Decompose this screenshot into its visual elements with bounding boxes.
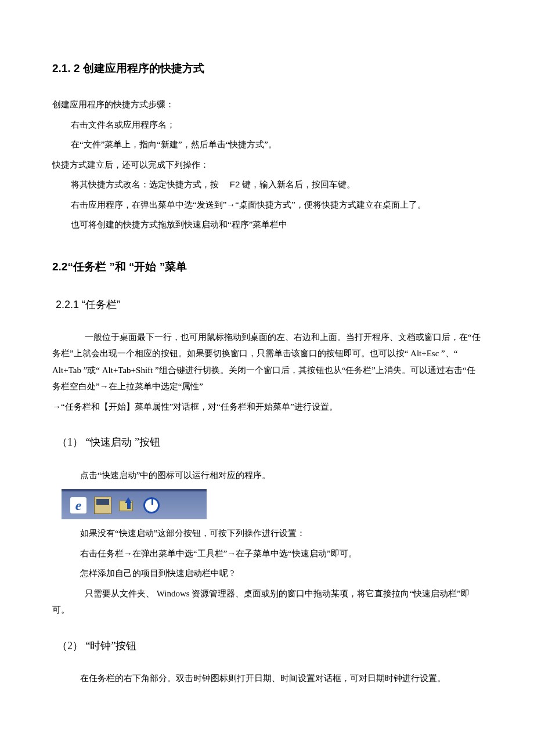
heading-sub-2: （2） “时钟”按钮: [57, 636, 482, 656]
heading-2-2: 2.2“任务栏 ”和 “开始 ”菜单: [52, 256, 482, 277]
heading-2-2-1: 2.2.1 “任务栏”: [56, 295, 482, 314]
paragraph: 右击应用程序，在弹出菜单中选“发送到”→“桌面快捷方式”，便将快捷方式建立在桌面…: [71, 197, 482, 214]
paragraph: 在“文件”菜单上，指向“新建”，然后单击“快捷方式”。: [71, 136, 482, 153]
paragraph: 将其快捷方式改名：选定快捷方式，按 F2 键，输入新名后，按回车键。: [71, 176, 482, 193]
power-icon: [142, 495, 161, 515]
paragraph: 点击“快速启动”中的图标可以运行相对应的程序。: [80, 467, 482, 484]
paragraph: 也可将创建的快捷方式拖放到快速启动和“程序”菜单栏中: [71, 216, 482, 233]
document-page: 2.1. 2 创建应用程序的快捷方式 创建应用程序的快捷方式步骤： 右击文件名或…: [0, 0, 534, 756]
quick-launch-bar-image: e: [62, 489, 207, 519]
paragraph: 如果没有“快速启动”这部分按钮，可按下列操作进行设置：: [80, 525, 482, 542]
paragraph: 一般位于桌面最下一行，也可用鼠标拖动到桌面的左、右边和上面。当打开程序、文档或窗…: [52, 329, 482, 395]
text: 将其快捷方式改名：选定快捷方式，按: [71, 180, 219, 189]
text: F2 键，输入新名后，按回车键。: [230, 179, 356, 189]
paragraph: 右击任务栏→在弹出菜单中选“工具栏”→在子菜单中选“快速启动”即可。: [80, 545, 482, 562]
heading-sub-1: （1） “快速启动 ”按钮: [57, 432, 482, 452]
paragraph: 在任务栏的右下角部分。双击时钟图标则打开日期、时间设置对话框，可对日期时钟进行设…: [80, 670, 482, 687]
paragraph: 创建应用程序的快捷方式步骤：: [52, 96, 482, 113]
paragraph: 快捷方式建立后，还可以完成下列操作：: [52, 157, 482, 173]
show-desktop-icon: [93, 495, 113, 515]
paragraph: 右击文件名或应用程序名；: [71, 117, 482, 133]
outlook-express-icon: [117, 495, 137, 515]
paragraph: 只需要从文件夹、 Windows 资源管理器、桌面或别的窗口中拖动某项，将它直接…: [52, 585, 482, 618]
paragraph: 怎样添加自己的项目到快速启动栏中呢 ?: [80, 565, 482, 582]
paragraph: →“任务栏和【开始】菜单属性”对话框，对“任务栏和开始菜单”进行设置。: [52, 399, 482, 415]
heading-2-1-2: 2.1. 2 创建应用程序的快捷方式: [52, 58, 482, 79]
internet-explorer-icon: e: [68, 495, 88, 515]
